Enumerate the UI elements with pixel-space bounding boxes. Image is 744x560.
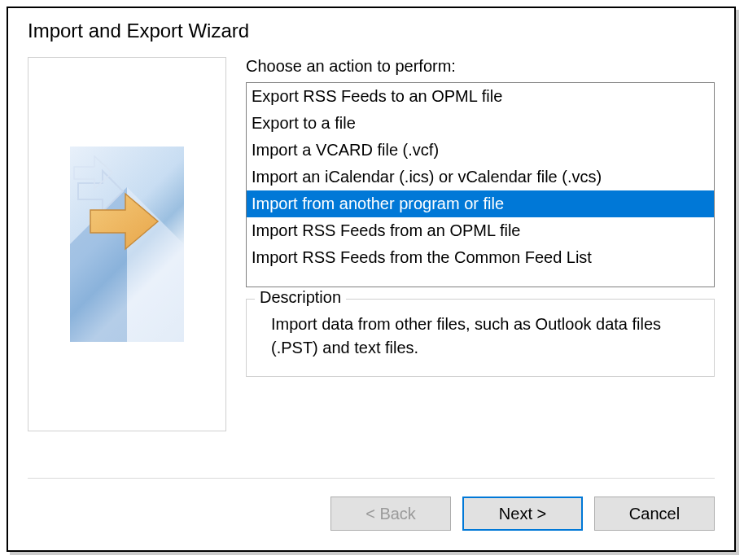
content-area: Choose an action to perform: Export RSS … bbox=[8, 57, 734, 431]
arrow-icon bbox=[70, 147, 184, 342]
button-row: < Back Next > Cancel bbox=[330, 497, 715, 531]
prompt-label: Choose an action to perform: bbox=[246, 57, 715, 76]
title-bar: Import and Export Wizard bbox=[8, 8, 734, 57]
description-text: Import data from other files, such as Ou… bbox=[263, 313, 698, 360]
cancel-button[interactable]: Cancel bbox=[594, 497, 715, 531]
action-item[interactable]: Import RSS Feeds from an OPML file bbox=[247, 217, 714, 244]
action-item[interactable]: Import a VCARD file (.vcf) bbox=[247, 137, 714, 164]
action-listbox[interactable]: Export RSS Feeds to an OPML fileExport t… bbox=[246, 82, 715, 287]
main-area: Choose an action to perform: Export RSS … bbox=[246, 57, 715, 431]
action-item[interactable]: Import from another program or file bbox=[247, 190, 714, 217]
action-item[interactable]: Import RSS Feeds from the Common Feed Li… bbox=[247, 244, 714, 271]
wizard-dialog: Import and Export Wizard bbox=[7, 7, 736, 552]
divider bbox=[28, 478, 715, 479]
action-item[interactable]: Export RSS Feeds to an OPML file bbox=[247, 83, 714, 110]
action-item[interactable]: Export to a file bbox=[247, 110, 714, 137]
wizard-image-panel bbox=[28, 57, 226, 431]
description-legend: Description bbox=[255, 288, 346, 307]
back-button[interactable]: < Back bbox=[330, 497, 451, 531]
description-group: Description Import data from other files… bbox=[246, 299, 715, 377]
next-button[interactable]: Next > bbox=[462, 497, 583, 531]
wizard-arrow-graphic bbox=[70, 147, 184, 342]
action-item[interactable]: Import an iCalendar (.ics) or vCalendar … bbox=[247, 164, 714, 190]
dialog-title: Import and Export Wizard bbox=[28, 20, 715, 42]
